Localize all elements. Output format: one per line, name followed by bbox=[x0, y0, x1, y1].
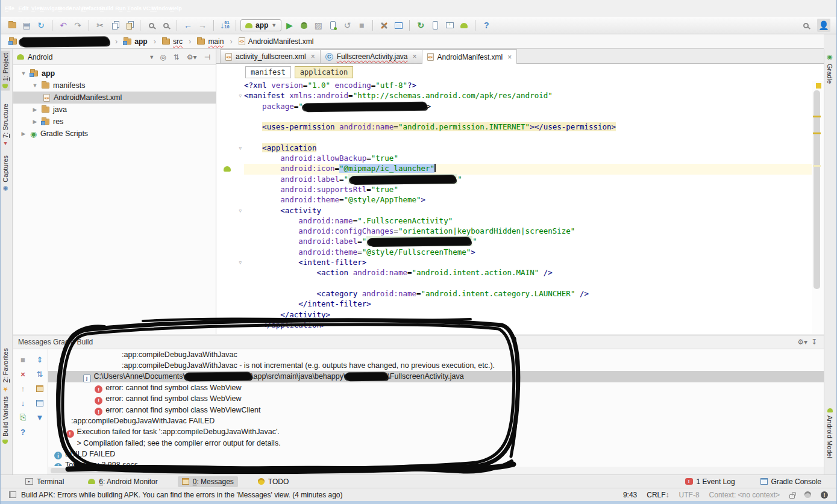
help-icon[interactable]: ? bbox=[17, 426, 29, 437]
layout-inspector-icon[interactable] bbox=[428, 19, 442, 32]
tool-button-gradle-console[interactable]: Gradle Console bbox=[756, 476, 826, 487]
breadcrumb-main[interactable]: main bbox=[195, 36, 226, 47]
chevron-right-icon[interactable]: ▶ bbox=[32, 107, 38, 113]
sdk-manager-icon[interactable] bbox=[377, 19, 390, 32]
highlighting-level-icon[interactable]: ! bbox=[821, 491, 828, 499]
tab-activity-fullscreen-xml[interactable]: activity_fullscreen.xml × bbox=[220, 49, 321, 63]
save-icon[interactable]: ▤ bbox=[20, 19, 33, 32]
menu-refactor[interactable]: Refactor bbox=[87, 5, 98, 13]
filter-icon[interactable]: ▼ bbox=[34, 412, 46, 423]
tree-node-androidmanifest[interactable]: AndroidManifest.xml bbox=[13, 92, 216, 104]
redo-icon[interactable]: ↷ bbox=[71, 19, 84, 32]
tool-button-terminal[interactable]: ▸ Terminal bbox=[21, 476, 68, 487]
build-message-row[interactable]: !error: cannot find symbol class WebView… bbox=[48, 405, 824, 416]
collapse-all-icon[interactable]: ⇅ bbox=[172, 53, 181, 61]
find-icon[interactable] bbox=[145, 19, 158, 32]
sync-icon[interactable]: ↻ bbox=[34, 19, 48, 32]
build-message-row[interactable]: iBUILD FAILED bbox=[48, 449, 824, 460]
tree-node-app[interactable]: ▼ app bbox=[13, 67, 216, 79]
compare-lines-icon[interactable]: ↓0110 bbox=[218, 19, 231, 32]
tool-button-event-log[interactable]: ! 1 Event Log bbox=[681, 476, 739, 487]
close-icon[interactable]: × bbox=[17, 369, 29, 379]
stop-icon[interactable]: ■ bbox=[355, 19, 368, 32]
tool-button-todo[interactable]: TODO bbox=[254, 476, 293, 487]
navigate-back-icon[interactable]: ← bbox=[181, 19, 195, 32]
run-icon[interactable]: ▶ bbox=[283, 19, 296, 32]
search-everywhere-icon[interactable] bbox=[799, 19, 812, 32]
next-message-icon[interactable]: ↓ bbox=[17, 397, 29, 408]
toggle-toolwindows-icon[interactable] bbox=[9, 491, 16, 498]
previous-message-icon[interactable]: ↑ bbox=[17, 383, 29, 394]
user-icon[interactable]: 👤 bbox=[817, 19, 830, 32]
chevron-right-icon[interactable]: ▶ bbox=[32, 119, 38, 125]
fold-marker-icon[interactable]: ▿ bbox=[239, 208, 242, 214]
editor-scrollbar[interactable] bbox=[812, 81, 824, 334]
build-message-row[interactable]: !Execution failed for task ':app:compile… bbox=[48, 426, 824, 449]
caret-position[interactable]: 9:43 bbox=[623, 491, 637, 499]
menu-tools[interactable]: Tools bbox=[129, 5, 140, 13]
fold-marker-icon[interactable]: ▿ bbox=[239, 260, 242, 266]
xml-crumb-manifest[interactable]: manifest bbox=[245, 66, 291, 78]
android-launcher-icon[interactable] bbox=[224, 166, 231, 172]
menu-run[interactable]: Run bbox=[115, 5, 126, 13]
messages-hscrollbar[interactable] bbox=[48, 467, 824, 474]
device-monitor-icon[interactable] bbox=[457, 19, 471, 32]
tree-node-gradle-scripts[interactable]: ▶ ◉ Gradle Scripts bbox=[13, 128, 216, 140]
breadcrumb-src[interactable]: src bbox=[160, 36, 185, 47]
help-icon[interactable]: ? bbox=[480, 19, 493, 32]
navigate-forward-icon[interactable]: → bbox=[196, 19, 209, 32]
build-message-row[interactable]: iTotal time: 3.998 secs bbox=[48, 459, 824, 466]
breadcrumb-app[interactable]: app bbox=[121, 36, 149, 47]
paste-icon[interactable] bbox=[122, 19, 136, 32]
rerun-icon[interactable]: ↺ bbox=[340, 19, 354, 32]
debug-icon[interactable] bbox=[297, 19, 310, 32]
menu-edit[interactable]: Edit bbox=[18, 5, 29, 13]
menu-build[interactable]: Build bbox=[101, 5, 112, 13]
menu-window[interactable]: Window bbox=[157, 5, 168, 13]
close-icon[interactable]: × bbox=[413, 52, 417, 61]
export-to-file-icon[interactable] bbox=[34, 383, 46, 394]
tool-button-structure[interactable]: ▲ 7: Structure bbox=[1, 101, 10, 149]
close-icon[interactable]: × bbox=[507, 53, 512, 61]
gradle-sync-icon[interactable]: ↻ bbox=[414, 19, 427, 32]
collapse-all-icon[interactable]: ⇅ bbox=[34, 369, 46, 379]
breadcrumb-androidmanifest[interactable]: AndroidManifest.xml bbox=[236, 36, 316, 47]
coverage-icon[interactable]: ▨ bbox=[312, 19, 325, 32]
breadcrumb-project[interactable] bbox=[7, 36, 111, 47]
build-message-row[interactable]: :app:compileDebugJavaWithJavac FAILED bbox=[48, 415, 824, 426]
tool-button-android-monitor[interactable]: 6: Android Monitor bbox=[84, 476, 161, 487]
gear-icon[interactable]: ⚙▾ bbox=[185, 53, 199, 61]
close-icon[interactable]: × bbox=[311, 52, 315, 61]
open-in-editor-icon[interactable]: ⎘ bbox=[17, 412, 29, 423]
tool-button-favorites[interactable]: ★ 2: Favorites bbox=[1, 346, 10, 396]
gear-icon[interactable]: ⚙▾ bbox=[795, 338, 809, 346]
tree-node-res[interactable]: ▶ res bbox=[13, 116, 216, 128]
lock-icon[interactable] bbox=[789, 494, 795, 499]
stop-icon[interactable]: ■ bbox=[17, 354, 29, 365]
tool-button-captures[interactable]: ◉ Captures bbox=[1, 153, 10, 194]
menu-file[interactable]: File bbox=[4, 5, 15, 13]
sdk-update-icon[interactable] bbox=[443, 19, 456, 32]
undo-icon[interactable]: ↶ bbox=[57, 19, 70, 32]
tool-button-build-variants[interactable]: Build Variants bbox=[1, 394, 10, 446]
fold-marker-icon[interactable]: ▿ bbox=[239, 93, 242, 99]
scroll-from-source-icon[interactable]: ◎ bbox=[158, 53, 168, 61]
chevron-down-icon[interactable]: ▼ bbox=[20, 70, 27, 76]
expand-all-icon[interactable]: ⇕ bbox=[34, 354, 46, 365]
chevron-down-icon[interactable]: ▼ bbox=[32, 82, 38, 89]
build-message-row[interactable]: jC:\Users\Anne\Documents\\app\src\main\j… bbox=[48, 371, 824, 382]
tool-button-messages[interactable]: 0: Messages bbox=[178, 476, 238, 487]
hide-panel-icon[interactable]: ↧ bbox=[809, 338, 819, 346]
menu-help[interactable]: Help bbox=[171, 5, 181, 13]
menu-navigate[interactable]: Navigate bbox=[46, 5, 57, 13]
build-message-row[interactable]: :app:compileDebugJavaWithJavac bbox=[48, 349, 824, 360]
chevron-down-icon[interactable]: ▼ bbox=[149, 54, 154, 60]
tool-button-gradle[interactable]: ◉ Gradle bbox=[826, 51, 834, 86]
line-separator-selector[interactable]: CRLF↕ bbox=[647, 491, 669, 499]
code-editor[interactable]: ▿▿▿▿ <?xml version="1.0" encoding="utf-8… bbox=[216, 81, 812, 334]
toggle-console-icon[interactable] bbox=[34, 397, 46, 408]
inspections-profile-icon[interactable] bbox=[804, 491, 811, 498]
xml-crumb-application[interactable]: application bbox=[295, 66, 353, 78]
build-message-row[interactable]: !error: cannot find symbol class WebView bbox=[48, 393, 824, 405]
open-icon[interactable] bbox=[5, 19, 19, 32]
